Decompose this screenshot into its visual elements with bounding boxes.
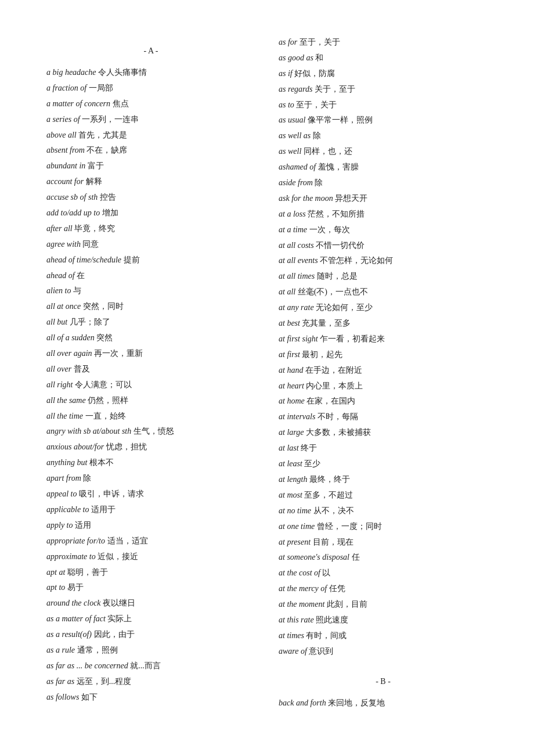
entry-a-matter-of-concern: a matter of concern 焦点 [46,96,255,111]
entry-at-first: at first 最初，起先 [279,347,488,362]
entry-agree-with: agree with 同意 [46,237,255,252]
entry-applicable-to: applicable to 适用于 [46,502,255,517]
entry-all-but: all but 几乎；除了 [46,315,255,330]
entry-at-all-events: at all events 不管怎样，无论如何 [279,253,488,268]
entry-at-all-times: at all times 随时，总是 [279,269,488,284]
entry-a-big-headache: a big headache 令人头痛事情 [46,65,255,80]
entry-as-a-rule: as a rule 通常，照例 [46,643,255,658]
entry-at-length: at length 最终，终于 [279,472,488,487]
entry-at-all: at all 丝毫(不)，一点也不 [279,285,488,300]
entry-at-a-loss: at a loss 茫然，不知所措 [279,207,488,222]
entry-at-present: at present 目前，现在 [279,535,488,550]
entry-at-heart: at heart 内心里，本质上 [279,379,488,394]
entry-at-no-time: at no time 从不，决不 [279,503,488,519]
entry-at-one-time: at one time 曾经，一度；同时 [279,519,488,534]
entry-abundant-in: abundant in 富于 [46,159,255,174]
entry-as-a-result: as a result(of) 因此，由于 [46,627,255,642]
entry-apart-from: apart from 除 [46,471,255,486]
entry-ashamed-of: ashamed of 羞愧，害臊 [279,160,488,175]
entry-around-the-clock: around the clock 夜以继日 [46,596,255,611]
entry-alien-to: alien to 与 [46,283,255,298]
entry-at-intervals: at intervals 不时，每隔 [279,409,488,424]
entry-ask-for-the-moon: ask for the moon 异想天开 [279,191,488,206]
entry-a-fraction-of: a fraction of 一局部 [46,81,255,96]
entry-anything-but: anything but 根本不 [46,455,255,470]
entry-appeal-to: appeal to 吸引，申诉，请求 [46,487,255,502]
entry-at-best: at best 充其量，至多 [279,316,488,331]
entry-apt-to: apt to 易于 [46,580,255,595]
entry-all-right: all right 令人满意；可以 [46,377,255,393]
entry-ahead-of-time: ahead of time/schedule 提前 [46,253,255,268]
entry-as-regards: as regards 关于，至于 [279,82,488,97]
entry-at-last: at last 终于 [279,441,488,456]
entry-aside-from: aside from 除 [279,175,488,190]
entry-at-this-rate: at this rate 照此速度 [279,613,488,628]
entry-at-most: at most 至多，不超过 [279,488,488,503]
entry-appropriate-for: appropriate for/to 适当，适宜 [46,534,255,549]
right-column: as for 至于，关于 as good as 和 as if 好似，防腐 as… [279,35,488,711]
entry-all-the-same: all the same 仍然，照样 [46,393,255,408]
entry-as-well-as: as well as 除 [279,128,488,143]
section-header-a: - A - [46,46,255,56]
entry-at-hand: at hand 在手边，在附近 [279,363,488,378]
entry-all-over-again: all over again 再一次，重新 [46,346,255,361]
entry-approximate-to: approximate to 近似，接近 [46,549,255,564]
entry-all-over: all over 普及 [46,362,255,377]
entry-aware-of: aware of 意识到 [279,644,488,659]
entry-at-first-sight: at first sight 乍一看，初看起来 [279,332,488,347]
entry-absent-from: absent from 不在，缺席 [46,143,255,158]
entry-back-and-forth: back and forth 来回地，反复地 [279,696,488,711]
entry-add-to-add-up-to: add to/add up to 增加 [46,206,255,221]
left-column: - A - a big headache 令人头痛事情 a fraction o… [46,35,255,711]
section-header-b: - B - [279,677,488,686]
entry-as-for: as for 至于，关于 [279,35,488,50]
entry-as-to: as to 至于，关于 [279,98,488,113]
entry-all-of-a-sudden: all of a sudden 突然 [46,330,255,345]
entry-as-good-as: as good as 和 [279,51,488,66]
entry-at-someones-disposal: at someone's disposal 任 [279,550,488,565]
entry-at-least: at least 至少 [279,456,488,471]
entry-after-all: after all 毕竟，终究 [46,221,255,236]
entry-as-well: as well 同样，也，还 [279,144,488,159]
entry-as-usual: as usual 像平常一样，照例 [279,113,488,128]
entry-as-far-as-be-concerned: as far as ... be concerned 就...而言 [46,658,255,674]
main-content: - A - a big headache 令人头痛事情 a fraction o… [46,35,488,711]
entry-as-a-matter-of-fact: as a matter of fact 实际上 [46,611,255,627]
entry-above-all: above all 首先，尤其是 [46,128,255,143]
entry-at-all-costs: at all costs 不惜一切代价 [279,238,488,253]
entry-apply-to: apply to 适用 [46,518,255,533]
entry-at-large: at large 大多数，未被捕获 [279,425,488,440]
entry-all-at-once: all at once 突然，同时 [46,299,255,314]
entry-apt-at: apt at 聪明，善于 [46,565,255,580]
entry-ahead-of: ahead of 在 [46,268,255,283]
entry-as-if: as if 好似，防腐 [279,66,488,81]
entry-anxious-about: anxious about/for 忧虑，担忧 [46,440,255,455]
entry-at-the-moment: at the moment 此刻，目前 [279,597,488,612]
entry-at-the-cost-of: at the cost of 以 [279,566,488,581]
entry-at-any-rate: at any rate 无论如何，至少 [279,300,488,315]
entry-as-far-as: as far as 远至，到...程度 [46,674,255,689]
entry-account-for: account for 解释 [46,174,255,189]
entry-a-series-of: a series of 一系列，一连串 [46,112,255,127]
entry-accuse-sb-of-sth: accuse sb of sth 控告 [46,190,255,205]
entry-all-the-time: all the time 一直，始终 [46,409,255,424]
entry-at-the-mercy-of: at the mercy of 任凭 [279,581,488,596]
entry-at-home: at home 在家，在国内 [279,394,488,409]
entry-at-times: at times 有时，间或 [279,628,488,643]
entry-as-follows: as follows 如下 [46,690,255,705]
entry-at-a-time: at a time 一次，每次 [279,222,488,237]
entry-angry-with: angry with sb at/about sth 生气，愤怒 [46,424,255,439]
